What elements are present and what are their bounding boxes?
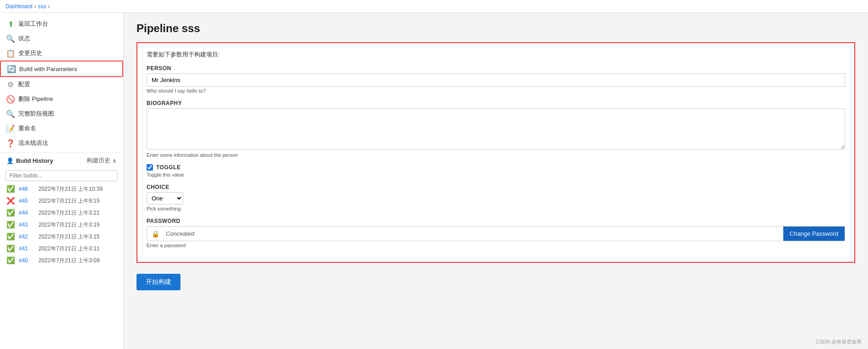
lock-icon: 🔒	[147, 227, 164, 240]
choice-select[interactable]: OneTwoThree	[147, 192, 183, 205]
build-number[interactable]: #44	[19, 210, 35, 216]
sidebar-label-delete: 删除 Pipeline	[18, 95, 53, 103]
main-content: Pipeline sss 需要如下参数用于构建项目: PERSON Who sh…	[124, 13, 868, 349]
sidebar-icon-delete: 🚫	[6, 95, 15, 103]
build-date: 2022年7月21日 上午3:21	[38, 209, 99, 217]
build-date: 2022年7月21日 上午3:11	[38, 245, 99, 253]
build-number[interactable]: #42	[19, 233, 35, 240]
build-row[interactable]: ❌ #45 2022年7月21日 上午9:15	[0, 195, 123, 207]
sidebar-item-pipeline-syntax[interactable]: ❓ 流水线语法	[0, 136, 123, 150]
sidebar-item-rename[interactable]: 📝 重命名	[0, 121, 123, 136]
build-date: 2022年7月21日 上午9:15	[38, 197, 99, 205]
build-date: 2022年7月21日 上午10:39	[38, 185, 103, 193]
build-row[interactable]: ✅ #43 2022年7月21日 上午3:19	[0, 219, 123, 231]
filter-builds-input[interactable]	[5, 170, 118, 181]
sidebar-item-config[interactable]: ⚙ 配置	[0, 77, 123, 92]
status-ok-icon: ✅	[6, 256, 15, 265]
choice-field-section: CHOICE OneTwoThree Pick something	[147, 184, 845, 211]
build-history-title: 👤 Build History	[6, 157, 53, 164]
person-field-section: PERSON Who should I say hello to?	[147, 65, 845, 94]
page-title: Pipeline sss	[136, 22, 855, 35]
sidebar-icon-status: 🔍	[6, 34, 15, 43]
build-history-title-cn: 构建历史 ∧	[87, 156, 117, 165]
breadcrumb-dashboard[interactable]: Dashboard	[5, 3, 33, 10]
form-panel: 需要如下参数用于构建项目: PERSON Who should I say he…	[136, 42, 855, 263]
build-number[interactable]: #46	[19, 186, 35, 192]
password-label: PASSWORD	[147, 218, 845, 224]
sidebar-icon-rename: 📝	[6, 124, 15, 133]
build-number[interactable]: #41	[19, 245, 35, 252]
build-date: 2022年7月21日 上午3:19	[38, 221, 99, 229]
build-row[interactable]: ✅ #40 2022年7月21日 上午3:09	[0, 255, 123, 266]
build-history-header: 👤 Build History 构建历史 ∧	[0, 152, 123, 168]
build-row[interactable]: ✅ #42 2022年7月21日 上午3:15	[0, 231, 123, 243]
breadcrumb-sep1: ›	[34, 3, 36, 10]
sidebar-item-back-workspace[interactable]: ⬆ 返回工作台	[0, 17, 123, 31]
password-hint: Enter a password	[147, 243, 845, 248]
sidebar-icon-history: 📋	[6, 49, 15, 57]
sidebar-item-stage-view[interactable]: 🔍 完整阶段视图	[0, 106, 123, 121]
biography-hint: Enter some information about the person	[147, 152, 845, 158]
sidebar-label-history: 变更历史	[18, 49, 42, 57]
sidebar-label-build-params: Build with Parameters	[19, 66, 77, 72]
build-date: 2022年7月21日 上午3:09	[38, 257, 99, 265]
sidebar-label-back-workspace: 返回工作台	[18, 20, 48, 28]
sidebar-icon-back-workspace: ⬆	[6, 20, 15, 28]
password-row: 🔒 Concealed Change Password	[147, 226, 845, 241]
sidebar-icon-build-params: 🔄	[7, 65, 16, 73]
sidebar-icon-pipeline-syntax: ❓	[6, 139, 15, 147]
status-ok-icon: ✅	[6, 209, 15, 217]
start-build-button[interactable]: 开始构建	[136, 274, 180, 290]
build-row[interactable]: ✅ #44 2022年7月21日 上午3:21	[0, 207, 123, 219]
biography-input[interactable]	[147, 108, 845, 150]
sidebar-label-stage-view: 完整阶段视图	[18, 110, 54, 118]
person-label: PERSON	[147, 65, 845, 72]
biography-field-section: BIOGRAPHY Enter some information about t…	[147, 100, 845, 158]
person-hint: Who should I say hello to?	[147, 88, 845, 94]
form-intro: 需要如下参数用于构建项目:	[147, 50, 845, 59]
toggle-field-section: TOGGLE Toggle this value	[147, 164, 845, 177]
status-fail-icon: ❌	[6, 197, 15, 205]
choice-label: CHOICE	[147, 184, 845, 190]
password-field-section: PASSWORD 🔒 Concealed Change Password Ent…	[147, 218, 845, 248]
status-ok-icon: ✅	[6, 233, 15, 241]
sidebar-item-delete[interactable]: 🚫 删除 Pipeline	[0, 92, 123, 106]
biography-label: BIOGRAPHY	[147, 100, 845, 106]
sidebar-label-status: 状态	[18, 34, 30, 43]
sidebar-label-config: 配置	[18, 80, 30, 89]
sidebar-label-rename: 重命名	[18, 124, 36, 133]
sidebar-label-pipeline-syntax: 流水线语法	[18, 139, 48, 147]
sidebar: ⬆ 返回工作台🔍 状态📋 变更历史🔄 Build with Parameters…	[0, 13, 124, 349]
status-ok-icon: ✅	[6, 185, 15, 193]
toggle-checkbox[interactable]	[147, 164, 153, 171]
build-row[interactable]: ✅ #41 2022年7月21日 上午3:11	[0, 243, 123, 255]
sidebar-icon-config: ⚙	[6, 80, 15, 89]
sidebar-item-build-params[interactable]: 🔄 Build with Parameters	[0, 61, 123, 77]
status-ok-icon: ✅	[6, 244, 15, 253]
status-ok-icon: ✅	[6, 221, 15, 229]
toggle-label: TOGGLE	[156, 164, 180, 171]
build-number[interactable]: #45	[19, 198, 35, 204]
sidebar-item-history[interactable]: 📋 变更历史	[0, 46, 123, 61]
watermark: CSDN @单身贵族男	[816, 338, 862, 345]
password-value: Concealed	[164, 227, 783, 240]
breadcrumb-sep2: ›	[48, 3, 50, 10]
toggle-hint: Toggle this value	[147, 172, 845, 177]
breadcrumb: Dashboard › sss ›	[0, 0, 868, 13]
change-password-button[interactable]: Change Password	[783, 227, 845, 241]
build-row[interactable]: ✅ #46 2022年7月21日 上午10:39	[0, 183, 123, 195]
sidebar-item-status[interactable]: 🔍 状态	[0, 31, 123, 46]
build-number[interactable]: #43	[19, 222, 35, 228]
build-date: 2022年7月21日 上午3:15	[38, 233, 99, 241]
breadcrumb-project[interactable]: sss	[38, 3, 46, 10]
choice-hint: Pick something	[147, 206, 845, 211]
sidebar-icon-stage-view: 🔍	[6, 110, 15, 118]
person-input[interactable]	[147, 73, 845, 87]
build-number[interactable]: #40	[19, 257, 35, 264]
